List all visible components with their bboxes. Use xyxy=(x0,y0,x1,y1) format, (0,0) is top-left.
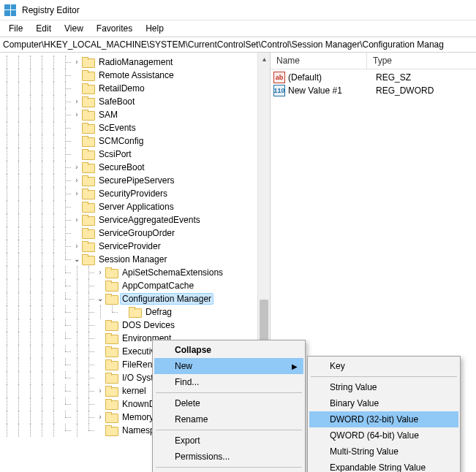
tree-item[interactable]: ›ApiSetSchemaExtensions xyxy=(1,266,270,279)
menu-item[interactable]: Delete xyxy=(154,395,303,411)
menu-item[interactable]: QWORD (64-bit) Value xyxy=(309,427,458,444)
menu-item[interactable]: Multi-String Value xyxy=(309,444,458,460)
chevron-right-icon[interactable]: › xyxy=(72,56,82,69)
chevron-right-icon[interactable]: › xyxy=(95,266,105,279)
tree-item[interactable]: RetailDemo xyxy=(1,82,270,95)
menu-item-label: Rename xyxy=(175,414,208,425)
chevron-right-icon[interactable]: › xyxy=(72,213,82,227)
tree-item-label: kernel xyxy=(120,385,148,397)
chevron-right-icon[interactable]: › xyxy=(72,240,82,253)
tree-item[interactable]: ›SecurePipeServers xyxy=(1,174,270,187)
menu-item-label: Binary Value xyxy=(330,398,379,408)
menu-item[interactable]: Collapse xyxy=(154,342,303,358)
menu-item-label: Collapse xyxy=(175,345,211,355)
folder-icon xyxy=(105,412,117,422)
tree-item-label: ScsiPort xyxy=(97,148,134,160)
tree-item[interactable]: Server Applications xyxy=(1,200,270,213)
tree-item-label: SecureBoot xyxy=(97,161,147,173)
tree-item[interactable]: ScEvents xyxy=(1,121,270,134)
list-row[interactable]: 110New Value #1REG_DWORD xyxy=(271,84,476,97)
chevron-right-icon[interactable]: › xyxy=(72,95,82,108)
menu-item-label: String Value xyxy=(330,382,377,392)
folder-icon xyxy=(82,136,94,146)
list-row[interactable]: ab(Default)REG_SZ xyxy=(271,71,476,84)
tree-item[interactable]: ›SafeBoot xyxy=(1,95,270,108)
folder-icon xyxy=(82,83,94,94)
submenu-arrow-icon: ▶ xyxy=(292,362,298,370)
folder-icon xyxy=(105,294,117,304)
menu-item-label: Multi-String Value xyxy=(330,446,398,457)
window-title: Registry Editor xyxy=(22,5,80,15)
tree-item[interactable]: ›RadioManagement xyxy=(1,56,270,69)
menu-item[interactable]: DWORD (32-bit) Value xyxy=(309,411,458,427)
menu-item[interactable]: Key xyxy=(309,358,458,374)
chevron-right-icon[interactable]: › xyxy=(95,384,105,397)
tree-item[interactable]: ›SecureBoot xyxy=(1,161,270,174)
col-type[interactable]: Type xyxy=(367,53,476,69)
chevron-right-icon[interactable]: › xyxy=(72,187,82,200)
menu-item[interactable]: Permissions... xyxy=(154,449,303,465)
tree-item[interactable]: AppCompatCache xyxy=(1,279,270,292)
menu-item-label: New xyxy=(175,361,192,371)
menu-file[interactable]: File xyxy=(3,22,29,35)
menu-item[interactable]: String Value xyxy=(309,379,458,395)
menu-item[interactable]: Expandable String Value xyxy=(309,460,458,472)
folder-icon xyxy=(82,149,94,159)
folder-icon xyxy=(82,57,94,67)
list-header: Name Type xyxy=(271,53,476,69)
tree-item[interactable]: ›SAM xyxy=(1,108,270,121)
chevron-down-icon[interactable]: ⌄ xyxy=(95,292,105,305)
chevron-down-icon[interactable]: ⌄ xyxy=(72,253,82,266)
menu-item-label: Find... xyxy=(175,377,199,387)
menu-item[interactable]: Rename xyxy=(154,411,303,427)
menu-separator xyxy=(156,430,302,430)
folder-icon xyxy=(82,96,94,107)
menu-edit[interactable]: Edit xyxy=(30,22,57,35)
menu-separator xyxy=(156,467,302,468)
tree-item-label: ApiSetSchemaExtensions xyxy=(120,267,225,278)
tree-item-label: Server Applications xyxy=(97,201,176,213)
tree-item[interactable]: SCMConfig xyxy=(1,134,270,148)
app-icon xyxy=(4,4,16,16)
folder-icon xyxy=(82,110,94,120)
value-type: REG_SZ xyxy=(370,72,411,83)
chevron-right-icon[interactable]: › xyxy=(72,174,82,187)
folder-icon xyxy=(105,359,117,370)
tree-item[interactable]: ›SecurityProviders xyxy=(1,187,270,200)
titlebar: Registry Editor xyxy=(0,0,476,20)
menu-item[interactable]: Export xyxy=(154,433,303,449)
menu-item[interactable]: New▶ xyxy=(154,358,303,374)
tree-item[interactable]: ⌄Session Manager xyxy=(1,253,270,266)
menu-favorites[interactable]: Favorites xyxy=(91,22,138,35)
address-bar[interactable]: Computer\HKEY_LOCAL_MACHINE\SYSTEM\Curre… xyxy=(0,37,476,53)
tree-item-label: AppCompatCache xyxy=(120,280,196,292)
menu-view[interactable]: View xyxy=(58,22,89,35)
tree-item-label: Remote Assistance xyxy=(97,69,176,81)
tree-item-label: ServiceProvider xyxy=(97,240,163,252)
tree-item[interactable]: ›ServiceProvider xyxy=(1,240,270,253)
menu-item[interactable]: Find... xyxy=(154,374,303,390)
folder-icon xyxy=(105,333,117,343)
tree-item-label: ScEvents xyxy=(97,122,138,134)
tree-item[interactable]: ServiceGroupOrder xyxy=(1,227,270,240)
chevron-right-icon[interactable]: › xyxy=(72,161,82,174)
tree-item[interactable]: ›ServiceAggregatedEvents xyxy=(1,213,270,227)
string-value-icon: ab xyxy=(273,72,285,83)
folder-icon xyxy=(105,373,117,383)
menu-help[interactable]: Help xyxy=(140,22,170,35)
col-name[interactable]: Name xyxy=(271,53,367,69)
tree-item[interactable]: Remote Assistance xyxy=(1,69,270,82)
chevron-right-icon[interactable]: › xyxy=(72,108,82,121)
tree-item[interactable]: ScsiPort xyxy=(1,148,270,161)
tree-item[interactable]: DOS Devices xyxy=(1,319,270,332)
tree-item[interactable]: Defrag xyxy=(1,305,270,319)
tree-item-label: SCMConfig xyxy=(97,135,146,147)
menu-item-label: DWORD (32-bit) Value xyxy=(330,414,418,425)
menu-separator xyxy=(156,392,302,393)
chevron-right-icon[interactable]: › xyxy=(95,411,105,424)
tree-item-label: DOS Devices xyxy=(120,319,177,331)
tree-item-label: Defrag xyxy=(143,306,174,318)
scroll-up-icon[interactable]: ▴ xyxy=(258,53,270,65)
menu-item[interactable]: Binary Value xyxy=(309,395,458,411)
tree-item[interactable]: ⌄Configuration Manager xyxy=(1,292,270,305)
